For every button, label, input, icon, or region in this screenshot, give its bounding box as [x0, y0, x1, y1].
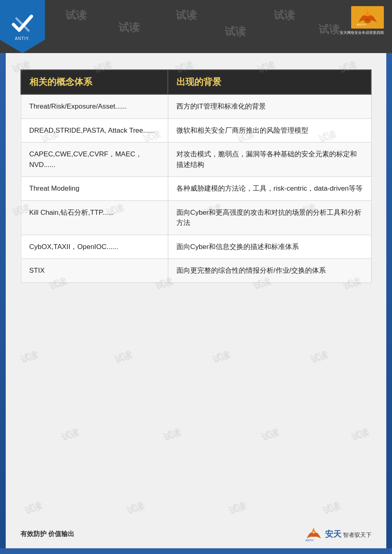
brand-logo-box: ANTIY: [351, 6, 384, 29]
header-wm: 试读: [176, 8, 197, 22]
header-wm: 试读: [118, 20, 140, 35]
table-cell-concept: Threat Modeling: [21, 177, 168, 201]
svg-text:ANTIY: ANTIY: [305, 539, 314, 542]
table-row: DREAD,STRIDE,PASTA, Attack Tree......微软和…: [21, 118, 371, 142]
main-table: 相关的概念体系 出现的背景 Threat/Risk/Exposure/Asset…: [20, 69, 372, 283]
header-brand: ANTIY 安天网络安全冬训营第四期: [339, 6, 384, 39]
footer-brand: ANTIY 安天 智者驭天下: [305, 526, 372, 542]
brand-logo-svg: ANTIY: [354, 8, 381, 27]
table-cell-concept: STIX: [21, 259, 168, 283]
header: ANTIY. 试读 试读 试读 试读 试读 试读 试读 ANTIY 安天网络安全…: [0, 0, 392, 53]
watermark: 试读: [227, 499, 248, 517]
watermark: 试读: [350, 426, 371, 443]
antiy-logo-icon: [10, 12, 35, 35]
logo-area: ANTIY.: [0, 0, 45, 53]
col2-header: 出现的背景: [168, 70, 371, 94]
header-wm: 试读: [274, 8, 295, 22]
watermark: 试读: [309, 348, 330, 366]
table-cell-concept: DREAD,STRIDE,PASTA, Attack Tree......: [21, 118, 168, 142]
table-cell-background: 对攻击模式，脆弱点，漏洞等各种基础的安全元素的标定和描述结构: [168, 142, 371, 177]
table-row: Threat Modeling各种威胁建模的方法论，工具，risk-centri…: [21, 177, 371, 201]
watermark: 试读: [211, 348, 232, 366]
watermark: 试读: [125, 499, 146, 517]
table-cell-background: 面向Cyber和信息交换的描述和标准体系: [168, 235, 371, 259]
table-row: STIX面向更完整的综合性的情报分析/作业/交换的体系: [21, 259, 371, 283]
col1-header: 相关的概念体系: [21, 70, 168, 94]
watermark: 试读: [162, 426, 183, 443]
footer-brand-name: 安天: [325, 530, 341, 538]
logo-text: ANTIY.: [15, 36, 30, 41]
left-stripe: [0, 53, 6, 554]
watermark: 试读: [321, 499, 342, 517]
header-wm: 试读: [225, 24, 246, 39]
table-cell-concept: CAPEC,CWE,CVE,CVRF，MAEC，NVD......: [21, 142, 168, 177]
watermark: 试读: [23, 499, 44, 517]
table-cell-background: 面向更完整的综合性的情报分析/作业/交换的体系: [168, 259, 371, 283]
table-row: Threat/Risk/Exposure/Asset......西方的IT管理和…: [21, 94, 371, 118]
watermark: 试读: [60, 426, 81, 443]
brand-sub-text: 安天网络安全冬训营第四期: [340, 30, 384, 36]
header-wm: 试读: [65, 8, 87, 22]
bottom-stripe: [0, 548, 392, 554]
footer-brand-sub: 智者驭天下: [343, 532, 372, 538]
table-cell-background: 微软和相关安全厂商所推出的风险管理模型: [168, 118, 371, 142]
table-row: CAPEC,CWE,CVE,CVRF，MAEC，NVD......对攻击模式，脆…: [21, 142, 371, 177]
main-content: 相关的概念体系 出现的背景 Threat/Risk/Exposure/Asset…: [0, 53, 392, 295]
watermark: 试读: [19, 348, 40, 366]
table-row: Kill Chain,钻石分析,TTP......面向Cyber和更高强度的攻击…: [21, 200, 371, 235]
table-cell-background: 各种威胁建模的方法论，工具，risk-centric，data-driven等等: [168, 177, 371, 201]
watermark: 试读: [260, 426, 281, 443]
watermark: 试读: [113, 348, 134, 366]
table-cell-concept: CybOX,TAXII，OpenIOC......: [21, 235, 168, 259]
footer-slogan: 有效防护 价值输出: [20, 530, 74, 538]
table-cell-background: 西方的IT管理和标准化的背景: [168, 94, 371, 118]
right-stripe: [386, 53, 392, 554]
svg-text:ANTIY: ANTIY: [356, 23, 366, 27]
footer-brand-text-group: 安天 智者驭天下: [325, 529, 372, 540]
table-cell-concept: Threat/Risk/Exposure/Asset......: [21, 94, 168, 118]
table-cell-background: 面向Cyber和更高强度的攻击和对抗的场景的分析工具和分析方法: [168, 200, 371, 235]
header-wm: 试读: [318, 22, 340, 37]
footer-brand-icon: ANTIY: [305, 526, 323, 542]
table-cell-concept: Kill Chain,钻石分析,TTP......: [21, 200, 168, 235]
footer: 有效防护 价值输出 ANTIY 安天 智者驭天下: [0, 526, 392, 542]
table-row: CybOX,TAXII，OpenIOC......面向Cyber和信息交换的描述…: [21, 235, 371, 259]
